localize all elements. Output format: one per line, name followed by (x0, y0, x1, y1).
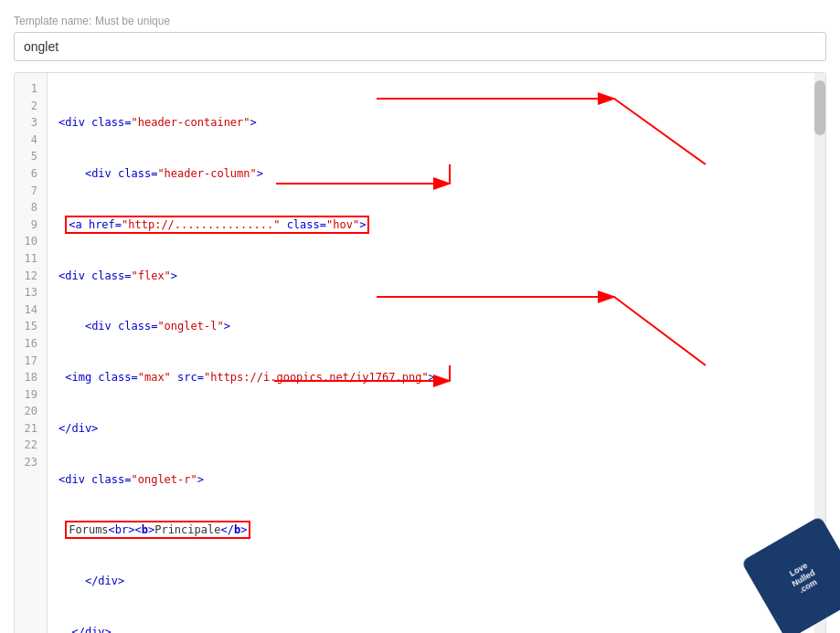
code-line-7: </div> (58, 420, 814, 438)
template-name-input[interactable] (14, 32, 826, 61)
label-hint: Must be unique (95, 15, 170, 27)
template-name-label: Template name: Must be unique (14, 14, 826, 27)
code-editor-wrapper: 1 2 3 4 5 6 7 8 9 10 11 12 13 14 15 16 1 (15, 73, 825, 633)
code-line-11: </div> (58, 624, 814, 633)
line-numbers: 1 2 3 4 5 6 7 8 9 10 11 12 13 14 15 16 1 (15, 73, 48, 633)
code-line-4: <div class="flex"> (58, 268, 814, 285)
page-container: Template name: Must be unique 1 2 3 4 5 … (0, 0, 840, 633)
watermark-text: LoveNulled.com (785, 559, 822, 597)
code-content[interactable]: <div class="header-container"> <div clas… (48, 73, 825, 633)
code-line-5: <div class="onglet-l"> (58, 318, 814, 335)
code-line-8: <div class="onglet-r"> (58, 471, 814, 489)
svg-line-2 (614, 99, 706, 164)
code-area[interactable]: 1 2 3 4 5 6 7 8 9 10 11 12 13 14 15 16 1 (15, 73, 825, 633)
label-text: Template name: (14, 15, 91, 27)
code-line-1: <div class="header-container"> (58, 114, 814, 132)
editor-container: 1 2 3 4 5 6 7 8 9 10 11 12 13 14 15 16 1 (14, 72, 826, 633)
code-line-10: </div> (58, 573, 814, 590)
scrollbar-thumb[interactable] (814, 80, 825, 135)
code-line-2: <div class="header-column"> (58, 165, 814, 183)
code-line-3: <a href="http://..............." class="… (58, 216, 814, 234)
code-line-6: <img class="max" src="https://i.goopics.… (58, 369, 814, 386)
code-line-9: Forums<br><b>Principale</b> (58, 522, 814, 539)
template-name-section: Template name: Must be unique (14, 14, 826, 61)
